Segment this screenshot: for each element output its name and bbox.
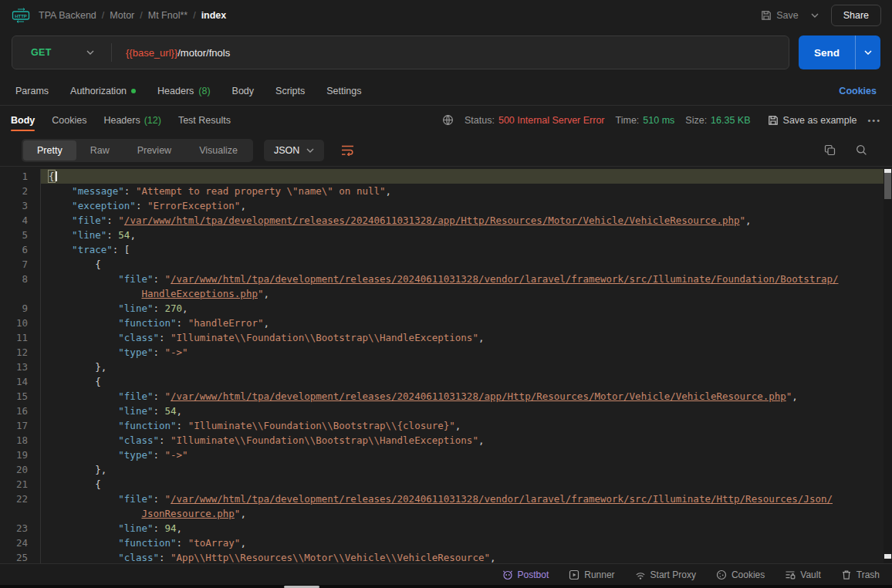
breadcrumb-separator: / [102, 10, 104, 21]
code-token: , [490, 552, 496, 563]
copy-icon[interactable] [824, 144, 836, 156]
response-tab-body[interactable]: Body [11, 106, 35, 134]
method-chevron-icon [82, 47, 99, 58]
line-number: 22 [0, 492, 40, 506]
code-token: 54 [165, 405, 177, 417]
wrap-text-button[interactable] [335, 140, 360, 161]
line-number: 9 [0, 301, 40, 316]
request-tab-params[interactable]: Params [15, 86, 49, 96]
file-path-link[interactable]: JsonResource.php [141, 508, 234, 519]
top-bar: HTTP TPA Backend/Motor/Mt Fnol**/index S… [0, 0, 892, 31]
file-path-link[interactable]: /var/www/html/tpa/development/releases/2… [171, 493, 833, 505]
tab-label: Settings [326, 86, 361, 96]
code-token: , [240, 537, 246, 549]
response-tab-headers[interactable]: Headers(12) [103, 106, 160, 134]
code-line-content: { [40, 169, 892, 184]
code-line-content: "file": "/var/www/html/tpa/development/r… [40, 389, 892, 404]
code-line-content: JsonResource.php", [40, 506, 892, 521]
line-number [0, 506, 40, 521]
save-label: Save [776, 10, 799, 21]
save-options-chevron-icon[interactable] [806, 10, 823, 21]
response-body-editor[interactable]: 1{2 "message": "Attempt to read property… [0, 166, 892, 565]
code-line-content: { [40, 257, 892, 272]
code-token: 94 [165, 522, 177, 534]
code-token: "line" [72, 229, 106, 241]
file-path-link[interactable]: HandleExceptions.php [141, 288, 258, 299]
code-token [49, 244, 72, 255]
tab-count-badge: (12) [144, 115, 161, 126]
code-token [49, 493, 118, 505]
url-variable: {{base_url}} [126, 47, 177, 59]
code-token [49, 522, 118, 534]
request-tab-headers[interactable]: Headers(8) [157, 86, 211, 96]
code-token: 54 [118, 229, 130, 241]
footer-item-trash[interactable]: Trash [841, 569, 880, 580]
url-input[interactable]: {{base_url}}/motor/fnols [112, 47, 789, 59]
code-line-content: "message": "Attempt to read property \"n… [40, 184, 892, 198]
code-line: 9 "line": 270, [0, 301, 892, 316]
footer-item-label: Trash [857, 569, 880, 580]
more-options-icon[interactable]: ••• [867, 116, 881, 125]
code-token [49, 215, 72, 226]
code-token [49, 478, 95, 490]
response-tab-test-results[interactable]: Test Results [178, 106, 231, 134]
file-path-link[interactable]: /var/www/html/tpa/development/releases/2… [171, 273, 838, 285]
code-line-content: "function": "toArray", [40, 536, 892, 550]
network-globe-icon[interactable] [442, 114, 454, 126]
footer-item-start-proxy[interactable]: Start Proxy [635, 569, 696, 580]
trash-icon [841, 569, 852, 580]
request-tab-scripts[interactable]: Scripts [275, 86, 305, 96]
breadcrumb-item-tpa-backend[interactable]: TPA Backend [39, 10, 96, 21]
code-token: , [240, 200, 246, 211]
code-token [49, 464, 95, 475]
code-token: "class" [118, 332, 159, 343]
code-token: , [745, 215, 752, 226]
footer-item-runner[interactable]: Runner [569, 569, 614, 580]
scrollbar-thumb[interactable] [884, 173, 891, 199]
save-button[interactable]: Save [761, 10, 799, 21]
footer-item-postbot[interactable]: Postbot [502, 569, 549, 580]
line-number: 17 [0, 418, 40, 433]
code-line-content: "function": "handleError", [40, 316, 892, 330]
request-tab-authorization[interactable]: Authorization [70, 86, 136, 96]
code-token: "file" [118, 390, 153, 402]
method-selector[interactable]: GET [12, 47, 111, 58]
file-path-link[interactable]: /var/www/html/tpa/development/releases/2… [124, 215, 740, 226]
tab-label: Headers [103, 115, 140, 126]
cookies-link[interactable]: Cookies [839, 86, 877, 96]
code-line-content: "class": "Illuminate\\Foundation\\Bootst… [40, 433, 892, 448]
code-line-content: "line": 94, [40, 521, 892, 536]
language-dropdown[interactable]: JSON [264, 140, 324, 161]
save-as-example-button[interactable]: Save as example [768, 115, 857, 126]
code-token: : [124, 185, 136, 197]
code-token: "message" [72, 185, 124, 197]
send-options-chevron-icon[interactable] [855, 35, 880, 69]
size-field: Size: 16.35 KB [685, 115, 750, 126]
send-button[interactable]: Send [799, 35, 855, 69]
code-line: 16 "line": 54, [0, 404, 892, 418]
code-line: 6 "trace": [ [0, 242, 892, 257]
scrollbar[interactable] [884, 169, 892, 565]
footer-item-label: Postbot [518, 569, 549, 580]
tab-label: Params [15, 86, 49, 96]
search-icon[interactable] [856, 144, 867, 156]
breadcrumb-item-mt-fnol[interactable]: Mt Fnol** [148, 10, 188, 21]
view-tab-visualize[interactable]: Visualize [185, 140, 252, 161]
footer-item-cookies[interactable]: Cookies [716, 569, 765, 580]
request-tab-settings[interactable]: Settings [326, 86, 361, 96]
share-button[interactable]: Share [831, 5, 881, 26]
response-tab-cookies[interactable]: Cookies [52, 106, 86, 134]
breadcrumb-item-index[interactable]: index [201, 10, 227, 21]
view-tab-pretty[interactable]: Pretty [23, 140, 76, 161]
request-tab-body[interactable]: Body [232, 86, 255, 96]
breadcrumb-item-motor[interactable]: Motor [110, 10, 134, 21]
code-token [49, 200, 72, 211]
line-number: 12 [0, 345, 40, 360]
code-token: : [153, 390, 164, 402]
file-path-link[interactable]: /var/www/html/tpa/development/releases/2… [171, 390, 786, 402]
footer-item-vault[interactable]: Vault [785, 569, 820, 580]
time-field: Time: 510 ms [616, 115, 675, 126]
view-switcher: PrettyRawPreviewVisualize [22, 139, 253, 162]
view-tab-raw[interactable]: Raw [76, 140, 123, 161]
view-tab-preview[interactable]: Preview [123, 140, 185, 161]
